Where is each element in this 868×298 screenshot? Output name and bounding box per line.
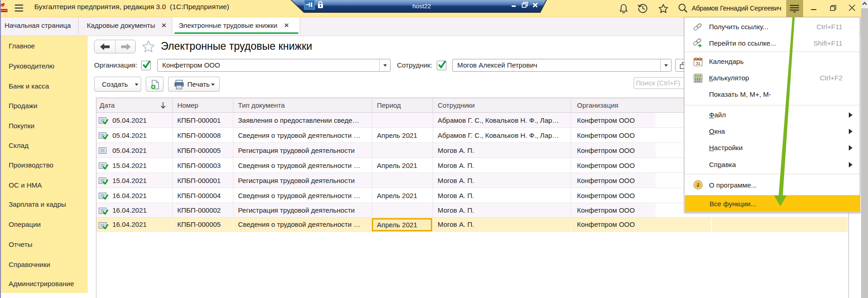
svg-text:31: 31 bbox=[696, 61, 700, 66]
svg-text:host22: host22 bbox=[413, 3, 431, 10]
svg-text:i: i bbox=[697, 182, 699, 188]
